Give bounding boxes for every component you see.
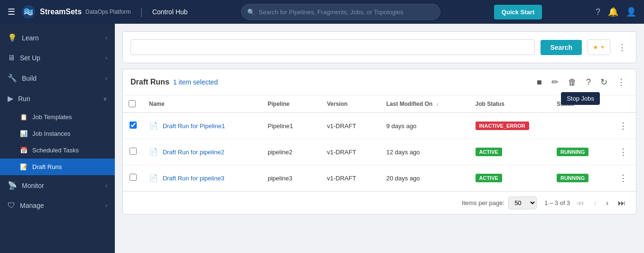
col-header-actions (610, 95, 636, 112)
run-chevron-icon: ∨ (103, 95, 107, 102)
global-search-icon: 🔍 (247, 9, 255, 16)
quick-start-button[interactable]: Quick Start (494, 5, 542, 19)
row-name-cell: 📄 Draft Run for Pipeline1 (143, 112, 262, 139)
user-icon[interactable]: 👤 (626, 7, 636, 17)
table-footer: Items per page: 50 25 100 1 – 3 of 3 ⏮ ‹… (123, 191, 636, 214)
first-page-button[interactable]: ⏮ (574, 197, 587, 209)
star-icon: ★ (593, 44, 598, 51)
row-actions-cell: ⋮ (610, 165, 636, 191)
scheduled-tasks-icon: 📅 (20, 147, 28, 154)
sidebar-item-setup-label: Set Up (20, 54, 40, 62)
search-panel: Search ★ ▼ ⋮ (122, 31, 636, 63)
edit-button[interactable]: ✏ (549, 75, 561, 89)
global-search-bar[interactable]: 🔍 (241, 4, 440, 20)
table-row: 📄 Draft Run for pipeline2 pipeline2 v1-D… (123, 139, 636, 165)
hamburger-icon[interactable]: ☰ (8, 7, 15, 17)
col-header-name: Name (143, 95, 262, 112)
sidebar-item-draft-runs[interactable]: 📝 Draft Runs (0, 159, 115, 175)
stop-jobs-button[interactable]: ■ (534, 75, 545, 89)
row-name-link[interactable]: Draft Run for Pipeline1 (163, 122, 225, 130)
row-checkbox-1[interactable] (130, 148, 137, 155)
row-checkbox-2[interactable] (130, 174, 137, 181)
row-job-status-cell: INACTIVE_ERROR (470, 112, 551, 139)
draft-runs-search-input[interactable] (131, 39, 535, 55)
row-more-button[interactable]: ⋮ (616, 171, 630, 185)
sidebar-item-setup[interactable]: 🖥 Set Up › (0, 48, 115, 68)
streamsets-logo (21, 4, 36, 19)
row-actions-cell: ⋮ (610, 112, 636, 139)
refresh-button[interactable]: ↻ (597, 75, 610, 89)
refresh-icon: ↻ (600, 77, 607, 87)
row-pipeline-cell: pipeline2 (262, 139, 321, 165)
row-more-button[interactable]: ⋮ (616, 119, 630, 133)
brand-subtitle: DataOps Platform (85, 9, 131, 15)
sidebar-item-learn-label: Learn (22, 34, 39, 42)
draft-runs-icon: 📝 (20, 163, 28, 170)
star-chevron-icon: ▼ (600, 45, 605, 50)
table-more-button[interactable]: ⋮ (614, 75, 628, 89)
row-modified-cell: 9 days ago (381, 112, 470, 139)
app-layout: 💡 Learn › 🖥 Set Up › 🔧 Build › ▶ Run ∨ (0, 24, 644, 253)
row-name-cell: 📄 Draft Run for pipeline3 (143, 165, 262, 191)
row-checkbox-cell (123, 112, 143, 139)
row-modified-cell: 12 days ago (381, 139, 470, 165)
build-chevron-icon: › (105, 75, 107, 82)
page-info: 1 – 3 of 3 (544, 199, 570, 206)
draft-runs-header: Draft Runs 1 item selected ■ ✏ 🗑 ? (123, 69, 636, 95)
sidebar-item-learn[interactable]: 💡 Learn › (0, 28, 115, 48)
row-checkbox-cell (123, 165, 143, 191)
sidebar-item-run-label: Run (18, 95, 30, 103)
sidebar-item-monitor[interactable]: 📡 Monitor › (0, 175, 115, 196)
items-per-page-label: Items per page: (462, 199, 504, 206)
build-icon: 🔧 (8, 74, 17, 83)
select-all-checkbox[interactable] (129, 100, 136, 107)
items-per-page: Items per page: 50 25 100 (462, 197, 537, 209)
last-page-button[interactable]: ⏭ (615, 197, 628, 209)
delete-button[interactable]: 🗑 (565, 75, 579, 89)
sidebar-item-scheduled-tasks[interactable]: 📅 Scheduled Tasks (0, 142, 115, 159)
row-name-link[interactable]: Draft Run for pipeline2 (163, 149, 224, 156)
nav-icons: ? 🔔 👤 (596, 7, 636, 17)
row-checkbox-0[interactable] (130, 122, 137, 129)
notification-icon[interactable]: 🔔 (608, 7, 618, 17)
col-header-job-status: Job Status (470, 95, 551, 112)
monitor-chevron-icon: › (105, 182, 107, 189)
sidebar-item-job-templates[interactable]: 📋 Job Templates (0, 109, 115, 125)
global-search-input[interactable] (259, 9, 434, 16)
star-filter-button[interactable]: ★ ▼ (588, 39, 610, 55)
sidebar-item-job-instances[interactable]: 📊 Job Instances (0, 125, 115, 142)
row-job-status-cell: ACTIVE (470, 139, 551, 165)
sidebar-item-manage[interactable]: 🛡 Manage › (0, 196, 115, 216)
sidebar-item-build[interactable]: 🔧 Build › (0, 68, 115, 88)
sidebar-item-manage-label: Manage (20, 202, 44, 209)
help-icon[interactable]: ? (596, 7, 600, 17)
row-more-button[interactable]: ⋮ (616, 145, 630, 159)
row-pipeline-icon: 📄 (149, 174, 158, 182)
sidebar-item-run[interactable]: ▶ Run ∨ (0, 88, 115, 109)
row-name-link[interactable]: Draft Run for pipeline3 (163, 175, 224, 182)
next-page-button[interactable]: › (603, 197, 611, 209)
pagination: 1 – 3 of 3 ⏮ ‹ › ⏭ (544, 197, 628, 209)
draft-runs-panel: Draft Runs 1 item selected ■ ✏ 🗑 ? (122, 69, 636, 215)
brand-name: StreamSets (40, 8, 82, 16)
run-status-badge: RUNNING (557, 174, 588, 182)
top-nav: ☰ StreamSets DataOps Platform | Control … (0, 0, 644, 24)
row-run-status-cell: RUNNING (551, 165, 610, 191)
table-actions: ■ ✏ 🗑 ? ↻ ⋮ (534, 75, 628, 89)
help-table-button[interactable]: ? (583, 75, 594, 89)
row-run-status-cell: RUNNING (551, 139, 610, 165)
row-job-status-cell: ACTIVE (470, 165, 551, 191)
more-vert-icon: ⋮ (617, 77, 625, 87)
sort-icon: ↓ (436, 101, 439, 107)
search-button[interactable]: Search (541, 40, 582, 55)
nav-control-hub-label: Control Hub (152, 8, 188, 16)
prev-page-button[interactable]: ‹ (591, 197, 599, 209)
main-content: Search ★ ▼ ⋮ Draft Runs 1 item selected … (115, 24, 644, 253)
brand-logo-area: StreamSets DataOps Platform (21, 4, 131, 19)
sidebar-item-job-instances-label: Job Instances (32, 130, 70, 137)
items-per-page-select[interactable]: 50 25 100 (508, 197, 537, 209)
row-actions-cell: ⋮ (610, 139, 636, 165)
row-pipeline-icon: 📄 (149, 122, 158, 130)
job-status-badge: ACTIVE (476, 174, 502, 182)
search-more-options-button[interactable]: ⋮ (616, 40, 628, 55)
